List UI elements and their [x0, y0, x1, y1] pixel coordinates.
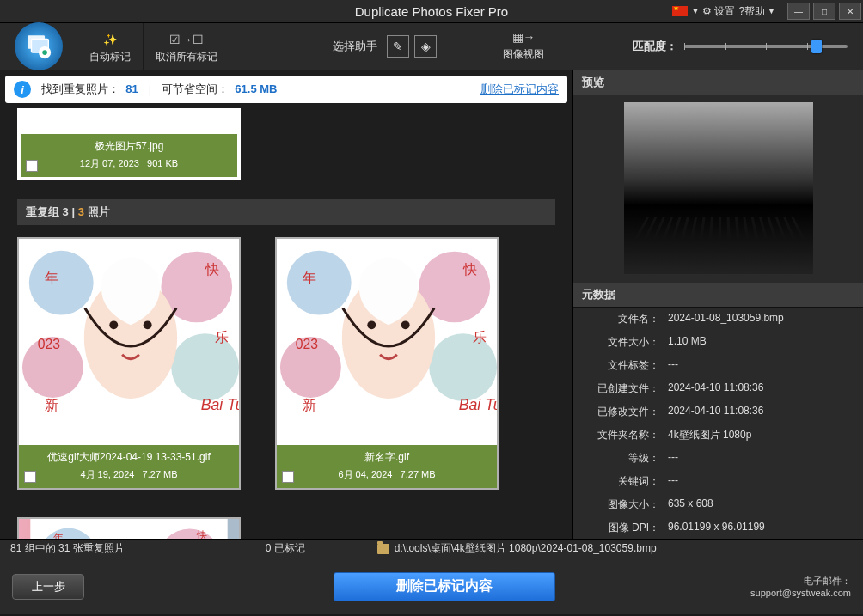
preview-area [573, 95, 863, 283]
toolbar: ✨ 自动标记 ☑→☐ 取消所有标记 选择助手 ✎ ◈ ▦→ 图像视图 匹配度： [0, 22, 863, 70]
meta-filename: 2024-01-08_103059.bmp [668, 312, 854, 326]
svg-text:023: 023 [38, 337, 61, 351]
unmark-all-button[interactable]: ☑→☐ 取消所有标记 [144, 23, 230, 70]
svg-text:年: 年 [53, 532, 64, 539]
settings-link[interactable]: ⚙ 设置 [702, 4, 735, 19]
preview-image [624, 102, 813, 274]
uncheck-icon: ☑→☐ [169, 33, 204, 46]
status-groups: 81 组中的 31 张重复照片 [0, 541, 135, 556]
info-icon: i [14, 81, 31, 98]
support-email: 电子邮件： support@systweak.com [750, 575, 851, 598]
app-logo [0, 23, 77, 70]
mark-checkbox[interactable] [282, 471, 294, 483]
results-scroll[interactable]: 极光图片57.jpg 12月 07, 2023 901 KB 重复组 3 | 3… [0, 108, 572, 539]
svg-point-5 [29, 251, 94, 315]
app-title: Duplicate Photos Fixer Pro [355, 4, 508, 19]
select-helper-label: 选择助手 [326, 39, 384, 54]
image-view-button[interactable]: ▦→ 图像视图 [491, 27, 556, 67]
mark-checkbox[interactable] [26, 160, 38, 172]
save-space: 61.5 MB [235, 82, 277, 95]
svg-text:Bai Tu.: Bai Tu. [201, 396, 239, 413]
file-name: 极光图片57.jpg [26, 139, 232, 154]
svg-point-11 [144, 320, 152, 329]
thumbnail: 年 快 023 乐 新 Bai Tu. [277, 239, 497, 445]
svg-text:023: 023 [296, 337, 319, 351]
group-header: 重复组 3 | 3 照片 [17, 199, 555, 225]
status-path: d:\tools\桌面\4k壁纸图片 1080p\2024-01-08_1030… [395, 541, 657, 556]
auto-mark-button[interactable]: ✨ 自动标记 [77, 23, 144, 70]
svg-text:年: 年 [45, 271, 58, 285]
svg-text:快: 快 [196, 529, 207, 539]
file-name: 优速gif大师2024-04-19 13-33-51.gif [24, 450, 234, 465]
next-icon: ◈ [421, 40, 431, 53]
svg-text:新: 新 [303, 398, 316, 412]
maximize-button[interactable] [813, 3, 835, 20]
status-marked: 0 已标记 [255, 541, 315, 556]
delete-marked-link[interactable]: 删除已标记内容 [480, 82, 559, 97]
found-count: 81 [125, 82, 138, 95]
delete-marked-button[interactable]: 删除已标记内容 [334, 572, 555, 601]
svg-point-3 [42, 50, 47, 55]
svg-text:年: 年 [303, 271, 316, 285]
svg-text:乐: 乐 [473, 330, 487, 345]
photo-card[interactable]: 年 快 023 乐 新 Bai Tu. 优速gif大师2024-04-19 13… [17, 237, 241, 490]
status-bar: 81 组中的 31 张重复照片 0 已标记 d:\tools\桌面\4k壁纸图片… [0, 539, 863, 558]
svg-point-25 [401, 320, 410, 329]
grid-icon: ▦→ [512, 30, 536, 44]
photo-card-partial[interactable]: 年 快 [17, 517, 241, 539]
close-button[interactable] [839, 3, 861, 20]
wand-icon: ✎ [393, 40, 403, 53]
svg-text:乐: 乐 [215, 330, 229, 345]
svg-text:快: 快 [462, 262, 477, 277]
folder-icon [377, 544, 389, 554]
metadata-table: 文件名：2024-01-08_103059.bmp 文件大小：1.10 MB 文… [573, 308, 863, 539]
wand-icon: ✨ [103, 33, 118, 46]
svg-text:快: 快 [205, 262, 219, 277]
file-name: 新名字.gif [282, 450, 492, 465]
thumbnail: 年 快 023 乐 新 Bai Tu. [19, 239, 239, 445]
title-bar: Duplicate Photos Fixer Pro ▼ ⚙ 设置 ?帮助 ▼ [0, 0, 863, 22]
photo-card[interactable]: 极光图片57.jpg 12月 07, 2023 901 KB [17, 108, 241, 180]
dropdown-icon[interactable]: ▼ [691, 7, 699, 15]
slider-thumb[interactable] [811, 40, 822, 53]
flag-icon[interactable] [672, 6, 688, 16]
info-bar: i 找到重复照片： 81 | 可节省空间： 61.5 MB 删除已标记内容 [5, 76, 567, 103]
thumbnail [21, 112, 237, 134]
svg-point-24 [367, 320, 376, 329]
svg-point-19 [287, 251, 352, 315]
preview-header: 预览 [573, 70, 863, 95]
gear-icon: ⚙ [702, 5, 712, 17]
help-link[interactable]: ?帮助 ▼ [738, 4, 775, 19]
helper-tool-1[interactable]: ✎ [387, 35, 409, 58]
metadata-header: 元数据 [573, 283, 863, 308]
minimize-button[interactable] [787, 3, 810, 20]
photo-card[interactable]: 年 快 023 乐 新 Bai Tu. 新名字.gif 6月 04, 2024 … [275, 237, 499, 490]
mark-checkbox[interactable] [24, 471, 36, 483]
photos-gear-icon [24, 32, 53, 61]
back-button[interactable]: 上一步 [12, 574, 84, 600]
svg-text:Bai Tu.: Bai Tu. [459, 396, 497, 413]
svg-text:新: 新 [45, 398, 58, 412]
footer: 上一步 删除已标记内容 电子邮件： support@systweak.com [0, 558, 863, 614]
helper-tool-2[interactable]: ◈ [414, 35, 437, 58]
dropdown-icon: ▼ [768, 7, 775, 15]
match-slider[interactable] [684, 45, 848, 48]
svg-point-10 [109, 320, 118, 329]
match-slider-group: 匹配度： [617, 23, 863, 70]
